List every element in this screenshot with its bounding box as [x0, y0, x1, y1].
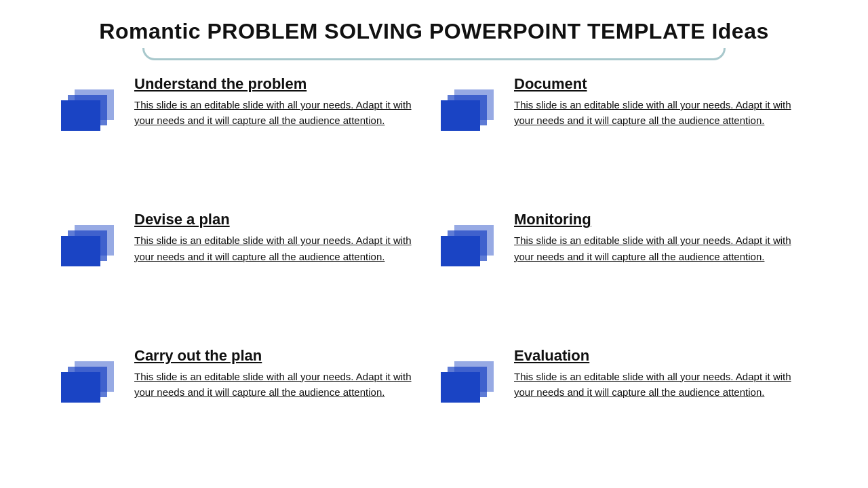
header: Romantic PROBLEM SOLVING POWERPOINT TEMP…: [41, 0, 827, 60]
item-text-document: Document This slide is an editable slide…: [514, 75, 800, 129]
icon-layer-1: [441, 372, 480, 403]
item-text-devise: Devise a plan This slide is an editable …: [134, 211, 420, 264]
icon-layer-1: [441, 236, 480, 266]
item-evaluation: Evaluation This slide is an editable sli…: [434, 339, 814, 474]
content-grid: Understand the problem This slide is an …: [41, 60, 827, 488]
item-desc-document: This slide is an editable slide with all…: [514, 97, 800, 129]
item-desc-evaluation: This slide is an editable slide with all…: [514, 369, 800, 401]
item-carry: Carry out the plan This slide is an edit…: [54, 339, 434, 474]
item-devise: Devise a plan This slide is an editable …: [54, 203, 434, 338]
item-text-evaluation: Evaluation This slide is an editable sli…: [514, 347, 800, 401]
icon-layer-1: [441, 100, 480, 131]
header-underline: [142, 48, 726, 60]
item-desc-carry: This slide is an editable slide with all…: [134, 369, 420, 401]
icon-layer-1: [61, 100, 100, 131]
icon-document: [441, 75, 502, 136]
item-title-understand: Understand the problem: [134, 75, 420, 93]
item-text-carry: Carry out the plan This slide is an edit…: [134, 347, 420, 401]
icon-layer-1: [61, 236, 100, 266]
item-text-understand: Understand the problem This slide is an …: [134, 75, 420, 129]
item-understand: Understand the problem This slide is an …: [54, 67, 434, 203]
icon-devise: [61, 211, 122, 272]
item-desc-monitoring: This slide is an editable slide with all…: [514, 232, 800, 264]
icon-evaluation: [441, 347, 502, 408]
item-text-monitoring: Monitoring This slide is an editable sli…: [514, 211, 800, 264]
icon-understand: [61, 75, 122, 136]
item-title-evaluation: Evaluation: [514, 347, 800, 365]
slide-title: Romantic PROBLEM SOLVING POWERPOINT TEMP…: [54, 19, 814, 44]
item-monitoring: Monitoring This slide is an editable sli…: [434, 203, 814, 338]
item-title-monitoring: Monitoring: [514, 211, 800, 228]
icon-layer-1: [61, 372, 100, 403]
icon-monitoring: [441, 211, 502, 272]
item-desc-understand: This slide is an editable slide with all…: [134, 97, 420, 129]
item-title-document: Document: [514, 75, 800, 93]
item-desc-devise: This slide is an editable slide with all…: [134, 232, 420, 264]
item-document: Document This slide is an editable slide…: [434, 67, 814, 203]
slide: Romantic PROBLEM SOLVING POWERPOINT TEMP…: [0, 0, 868, 488]
item-title-devise: Devise a plan: [134, 211, 420, 228]
item-title-carry: Carry out the plan: [134, 347, 420, 365]
icon-carry: [61, 347, 122, 408]
